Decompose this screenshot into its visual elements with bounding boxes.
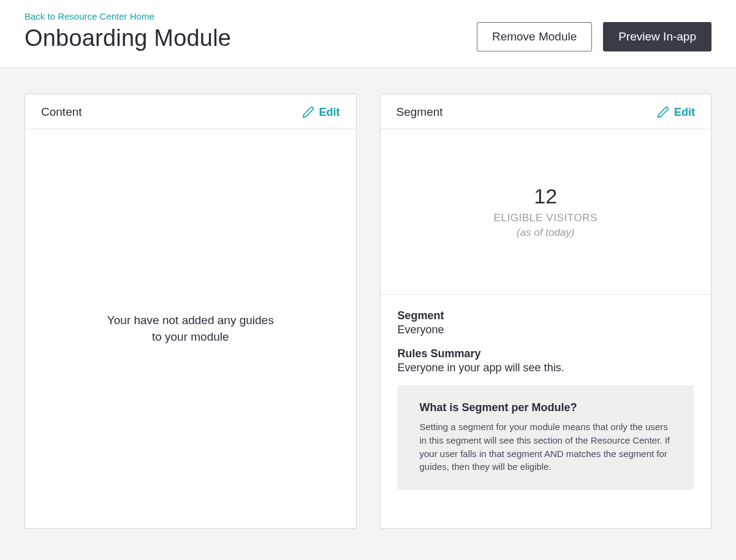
empty-line-2: to your module	[152, 330, 229, 343]
stat-number: 12	[393, 184, 699, 208]
info-box: What is Segment per Module? Setting a se…	[398, 385, 694, 490]
content-card-title: Content	[41, 105, 82, 119]
content-card-header: Content Edit	[25, 94, 356, 129]
rules-label: Rules Summary	[398, 347, 694, 360]
stat-sub: (as of today)	[393, 227, 699, 239]
content-card: Content Edit Your have not added any gui…	[25, 94, 357, 529]
segment-details: Segment Everyone Rules Summary Everyone …	[381, 295, 711, 507]
remove-module-button[interactable]: Remove Module	[477, 22, 592, 51]
segment-value: Everyone	[398, 324, 694, 336]
page-title: Onboarding Module	[25, 25, 231, 51]
segment-label: Segment	[398, 309, 694, 322]
back-link[interactable]: Back to Resource Center Home	[25, 11, 231, 21]
pencil-icon	[302, 106, 314, 118]
segment-edit-button[interactable]: Edit	[657, 106, 695, 119]
header-actions: Remove Module Preview In-app	[477, 22, 711, 51]
segment-body: 12 ELIGIBLE VISITORS (as of today) Segme…	[381, 129, 711, 528]
pencil-icon	[657, 106, 669, 118]
stat-label: ELIGIBLE VISITORS	[393, 212, 699, 224]
segment-edit-label: Edit	[674, 106, 695, 119]
content-edit-button[interactable]: Edit	[302, 106, 340, 119]
segment-card-title: Segment	[396, 105, 443, 119]
content-empty-state: Your have not added any guides to your m…	[25, 129, 356, 528]
segment-card: Segment Edit 12 ELIGIBLE VISITORS (as of…	[380, 94, 712, 529]
info-title: What is Segment per Module?	[420, 401, 675, 414]
segment-card-header: Segment Edit	[381, 94, 711, 129]
main-area: Content Edit Your have not added any gui…	[0, 68, 736, 554]
empty-line-1: Your have not added any guides	[107, 314, 274, 327]
content-edit-label: Edit	[319, 106, 340, 119]
info-text: Setting a segment for your module means …	[420, 420, 675, 474]
page-header: Back to Resource Center Home Onboarding …	[0, 0, 736, 68]
rules-value: Everyone in your app will see this.	[398, 361, 694, 374]
header-left: Back to Resource Center Home Onboarding …	[25, 11, 231, 51]
preview-in-app-button[interactable]: Preview In-app	[603, 22, 711, 51]
eligible-visitors-stat: 12 ELIGIBLE VISITORS (as of today)	[381, 129, 711, 295]
